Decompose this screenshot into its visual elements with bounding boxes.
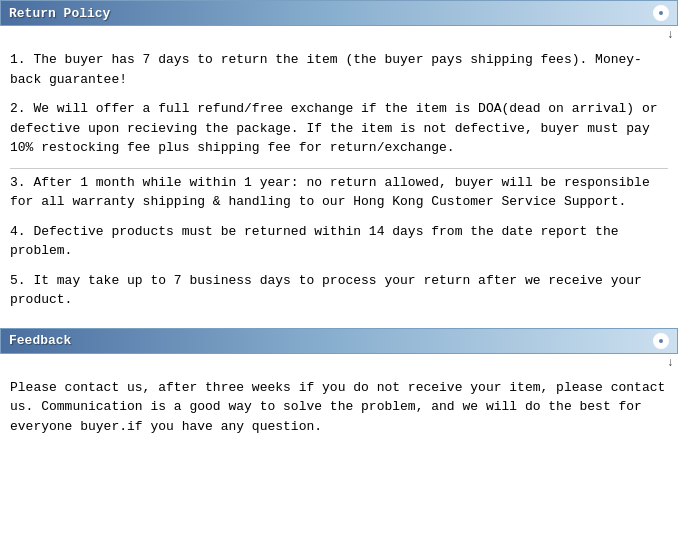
return-policy-header: Return Policy [0, 0, 678, 26]
return-policy-section: Return Policy ↓ 1. The buyer has 7 days … [0, 0, 678, 328]
divider-1 [10, 168, 668, 169]
return-policy-item-5: 5. It may take up to 7 business days to … [10, 271, 668, 310]
feedback-section: Feedback ↓ Please contact us, after thre… [0, 328, 678, 455]
return-policy-item-4: 4. Defective products must be returned w… [10, 222, 668, 261]
return-policy-arrow: ↓ [0, 26, 678, 42]
feedback-header: Feedback [0, 328, 678, 354]
return-policy-item-3: 3. After 1 month while within 1 year: no… [10, 173, 668, 212]
feedback-text: Please contact us, after three weeks if … [10, 378, 668, 437]
page-container: Return Policy ↓ 1. The buyer has 7 days … [0, 0, 678, 454]
feedback-icon [653, 333, 669, 349]
return-policy-icon [653, 5, 669, 21]
return-policy-title: Return Policy [9, 6, 110, 21]
feedback-title: Feedback [9, 333, 71, 348]
feedback-content: Please contact us, after three weeks if … [0, 370, 678, 455]
return-policy-item-2: 2. We will offer a full refund/free exch… [10, 99, 668, 158]
return-policy-content: 1. The buyer has 7 days to return the it… [0, 42, 678, 328]
return-policy-item-1: 1. The buyer has 7 days to return the it… [10, 50, 668, 89]
feedback-arrow: ↓ [0, 354, 678, 370]
